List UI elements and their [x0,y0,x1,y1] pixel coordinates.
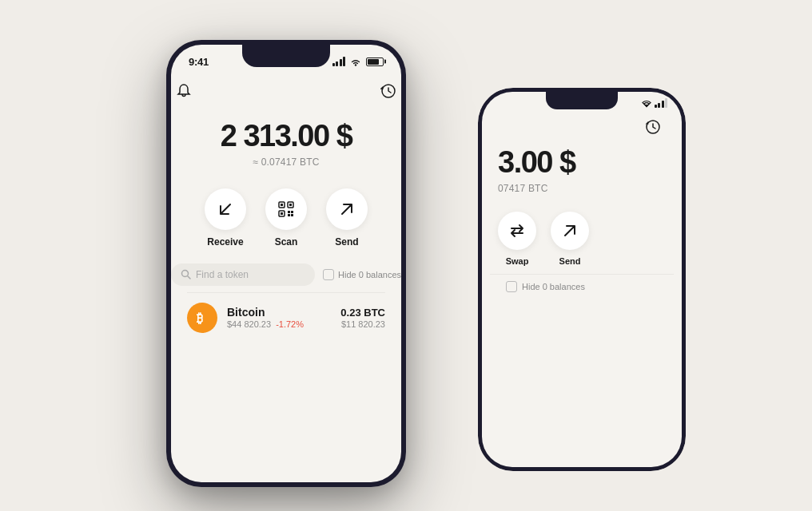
bitcoin-crypto: 0.23 BTC [340,307,385,319]
bitcoin-amount: 0.23 BTC $11 820.23 [340,307,385,329]
search-row: Find a token Hide 0 balances [171,256,401,292]
search-icon [181,269,191,279]
svg-rect-12 [291,214,293,216]
svg-text:₿: ₿ [197,311,203,325]
signal-bars [332,57,346,66]
action-buttons: Receive [171,171,401,256]
send-action[interactable]: Send [326,188,368,248]
bitcoin-usd: $11 820.23 [340,319,385,329]
status-time: 9:41 [189,56,209,68]
balance-btc: ≈ 0.07417 BTC [171,156,401,168]
send-circle[interactable] [326,188,368,230]
svg-rect-8 [281,212,283,215]
receive-label: Receive [207,236,243,248]
hide-label: Hide 0 balances [338,270,401,279]
search-placeholder: Find a token [196,269,249,280]
bitcoin-price: $44 820.23 -1.72% [227,319,331,329]
swap-action[interactable]: Swap [498,212,536,266]
history-icon[interactable] [376,78,401,104]
bitcoin-change: -1.72% [276,319,304,329]
bitcoin-name: Bitcoin [227,306,331,319]
wifi-icon-front [350,57,361,66]
back-notch [546,92,618,109]
back-phone: 3.00 $ 07417 BTC Swap [478,88,686,471]
token-list: ₿ Bitcoin $44 820.23 -1.72% 0.23 BTC $11… [171,292,401,343]
front-phone: 9:41 [166,40,406,487]
svg-point-1 [355,64,356,65]
top-nav [171,73,401,112]
front-notch [242,45,330,67]
search-box[interactable]: Find a token [171,263,315,286]
scan-action[interactable]: Scan [265,188,307,248]
svg-rect-10 [291,211,293,213]
back-hide-label: Hide 0 balances [522,282,585,291]
back-hide-checkbox[interactable] [506,281,517,292]
svg-rect-9 [288,211,290,213]
svg-point-13 [182,271,189,277]
hide-checkbox[interactable] [323,269,334,280]
back-balance-btc: 07417 BTC [498,183,666,194]
battery-icon-front [366,57,384,66]
svg-rect-6 [289,204,292,206]
receive-action[interactable]: Receive [205,188,246,248]
bitcoin-icon: ₿ [187,303,217,333]
wifi-icon [641,99,652,108]
back-send-action[interactable]: Send [551,212,589,266]
scan-label: Scan [275,236,298,248]
bitcoin-info: Bitcoin $44 820.23 -1.72% [227,306,331,329]
back-send-label: Send [559,256,581,266]
balance-main: 2 313.00 $ [171,120,401,153]
bell-icon[interactable] [171,78,197,104]
send-label: Send [335,236,358,248]
scan-circle[interactable] [265,188,307,230]
back-send-circle[interactable] [551,212,589,250]
receive-circle[interactable] [205,188,246,230]
token-row-bitcoin[interactable]: ₿ Bitcoin $44 820.23 -1.72% 0.23 BTC $11… [187,292,385,343]
status-icons [332,57,384,66]
svg-rect-4 [281,204,283,206]
hide-balance: Hide 0 balances [323,269,401,280]
back-balance-main: 3.00 $ [498,146,666,180]
svg-rect-11 [288,214,290,216]
swap-circle[interactable] [498,212,536,250]
qr-icon [277,200,296,219]
signal-bars-back [655,98,668,108]
swap-label: Swap [506,256,529,266]
back-actions: Swap Send [482,197,682,274]
back-history-icon[interactable] [640,114,666,140]
balance-section: 2 313.00 $ ≈ 0.07417 BTC [171,112,401,171]
